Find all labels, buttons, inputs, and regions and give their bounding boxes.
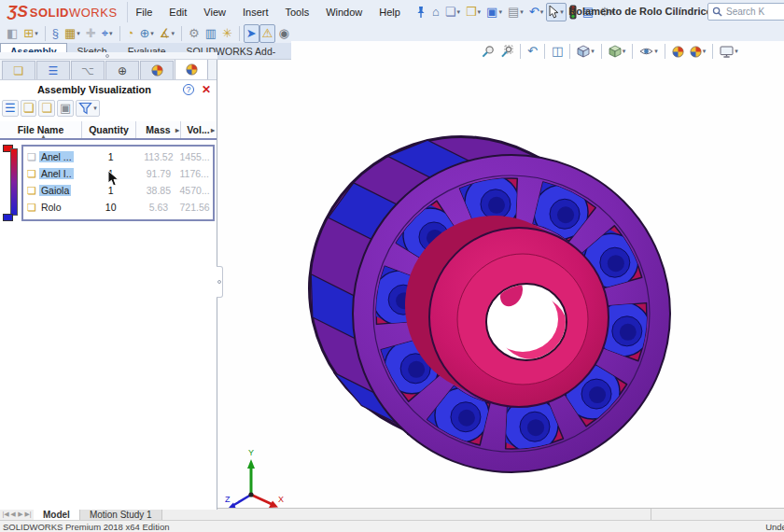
bill-of-materials-button[interactable]: ▥ [203,24,219,43]
menu-window[interactable]: Window [317,2,371,22]
tab-motion-study-1[interactable]: Motion Study 1 [80,509,162,520]
column-header-file-name[interactable]: File Name▲ [0,121,82,138]
home-button[interactable]: ⌂ [429,3,442,21]
bearing-3d-model[interactable] [217,43,784,510]
part-icon: ❏ [27,168,36,180]
dropdown-caret-icon[interactable]: ▾ [520,8,524,16]
tab-model[interactable]: Model [34,509,80,520]
featuremanager-tab-strip: ❏☰⌥⊕ [0,60,217,80]
dropdown-caret-icon[interactable]: ▾ [456,8,460,16]
take-snapshot-button[interactable]: ◉ [275,24,291,43]
coordinate-triad: Y X Z [225,446,285,510]
graphics-viewport[interactable]: ↶◫▾▾▾▾▾ Y X Z [217,43,784,510]
panel-toolbar: ☰❏❏▣▾ [0,99,217,118]
assembly-visualization-panel: ❏☰⌥⊕ Assembly Visualization ? ✕ ☰❏❏▣▾ Fi… [0,60,217,510]
part-icon: ❏ [27,185,36,197]
linear-component-pattern-button[interactable]: ▦▾ [62,24,83,43]
pin-icon[interactable] [413,3,429,21]
column-header-volume[interactable]: Vol...▸ [181,121,216,138]
search-icon [712,7,722,17]
toolbar-separator [119,26,120,41]
column-header-mass[interactable]: Mass▸ [136,121,181,138]
ds-logo-icon: ƷS [7,3,28,21]
part-level-button[interactable]: ❏ [21,100,37,117]
column-flyout-icon[interactable]: ▸ [211,126,215,134]
mate-button[interactable]: § [49,24,62,43]
mouse-cursor [107,171,120,188]
menu-tools[interactable]: Tools [276,2,317,22]
menu-bar: ƷS SOLIDWORKS FileEditViewInsertToolsWin… [0,0,784,24]
move-component-button[interactable]: ⌖▾ [99,24,116,43]
featuremanager-tree-tab[interactable]: ❏ [2,61,35,79]
help-icon[interactable]: ? [183,84,194,95]
column-header-quantity[interactable]: Quantity [82,121,136,138]
performance-button[interactable]: ❏ [38,100,55,117]
toolbar-separator [45,26,46,41]
dropdown-caret-icon[interactable]: ▾ [150,30,154,37]
axis-x-label: X [278,495,284,504]
panel-top-splitter[interactable] [0,52,217,60]
menu-insert[interactable]: Insert [234,2,277,22]
status-bar: SOLIDWORKS Premium 2018 x64 Edition Unde… [0,520,784,532]
spectrum-bar [10,148,18,216]
logo-solid: SOLID [30,6,69,20]
save-button[interactable]: ▣▾ [483,3,505,21]
assembly-features-button[interactable]: ⊕▾ [136,24,156,43]
assembly-visualization-tab[interactable] [175,59,208,79]
dropdown-caret-icon[interactable]: ▾ [77,30,80,37]
status-defined-text: Under [765,522,784,532]
menu-file[interactable]: File [128,2,161,22]
menu-view[interactable]: View [195,2,234,22]
part-icon: ❏ [27,151,36,163]
toolbar-separator [181,26,182,41]
show-hidden-components-button[interactable]: ◔ [124,24,137,43]
logo-works: WORKS [69,6,118,20]
tab-scroll-buttons[interactable]: |◀◀▶▶| [0,509,34,520]
dropdown-caret-icon[interactable]: ▾ [35,30,38,37]
dropdown-caret-icon[interactable]: ▾ [93,105,97,112]
status-edition-text: SOLIDWORKS Premium 2018 x64 Edition [3,522,169,532]
sort-ascending-icon: ▲ [41,133,47,139]
panel-title: Assembly Visualization [6,84,183,95]
menu-help[interactable]: Help [371,2,409,22]
dropdown-caret-icon[interactable]: ▾ [109,30,113,37]
filter-button[interactable]: ▾ [76,100,100,117]
menu-edit[interactable]: Edit [161,2,195,22]
solidworks-logo: ƷS SOLIDWORKS [0,2,128,22]
column-flyout-icon[interactable]: ▸ [175,126,179,134]
menu-items: FileEditViewInsertToolsWindowHelp [128,2,409,22]
solidworks-window: ƷS SOLIDWORKS FileEditViewInsertToolsWin… [0,0,784,532]
assembly-toolbar: ◧⊞▾§▦▾✚⌖▾◔⊕▾∡▾⚙▥✳➤⚠◉ [0,24,784,43]
axis-z-label: Z [225,495,231,504]
reference-geometry-button[interactable]: ∡▾ [157,24,177,43]
external-references-warning-button[interactable]: ⚠ [259,24,276,43]
flat-nested-view-button[interactable]: ☰ [2,100,19,117]
table-row[interactable]: ❏Rolo 10 5.63 721.56 [23,199,213,216]
new-document-button[interactable]: ❏▾ [442,3,463,21]
spectrum-min-slider[interactable] [3,214,13,221]
axis-y-label: Y [248,448,254,457]
instant3d-button[interactable]: ➤ [244,24,259,43]
edit-component-button[interactable]: ◧ [4,24,21,43]
search-input[interactable]: Search K [707,3,784,21]
panel-splitter-handle[interactable] [217,266,223,298]
dimxpertmanager-tab[interactable]: ⊕ [105,61,139,79]
displaymanager-tab[interactable] [140,61,174,79]
group-components-button[interactable]: ▣ [57,100,74,117]
configurationmanager-tab[interactable]: ⌥ [71,61,105,79]
print-button[interactable]: ▤▾ [505,3,526,21]
value-color-rail [2,145,21,221]
table-row[interactable]: ❏Anel ... 1 113.52 1455... [23,148,213,165]
dropdown-caret-icon[interactable]: ▾ [498,8,502,16]
dropdown-caret-icon[interactable]: ▾ [478,8,482,16]
insert-components-button[interactable]: ⊞▾ [21,24,40,43]
open-button[interactable]: ❒▾ [463,3,483,21]
exploded-view-button[interactable]: ✳ [219,24,235,43]
toolbar-separator [239,26,240,41]
dropdown-caret-icon[interactable]: ▾ [171,30,175,37]
search-placeholder: Search K [726,7,764,17]
propertymanager-tab[interactable]: ☰ [36,61,70,79]
close-icon[interactable]: ✕ [202,83,211,96]
new-motion-study-button[interactable]: ⚙ [186,24,203,43]
smart-fasteners-button[interactable]: ✚ [83,24,99,43]
